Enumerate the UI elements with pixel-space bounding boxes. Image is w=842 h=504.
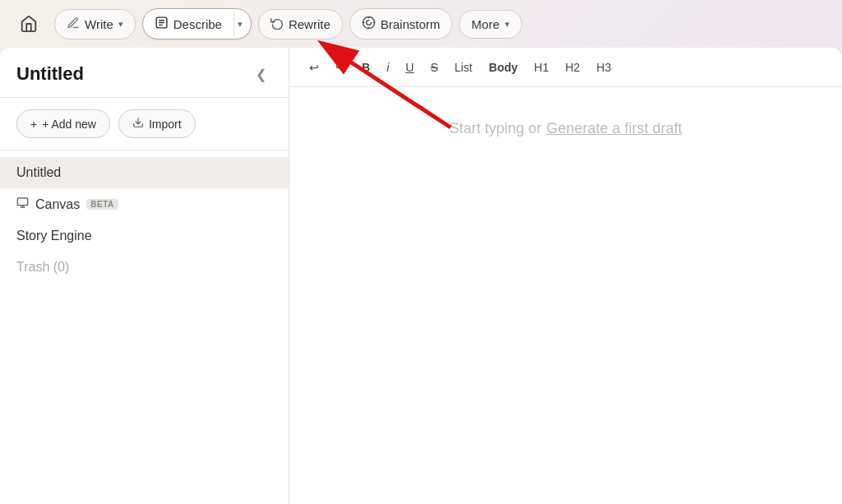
pen-icon: [67, 16, 80, 32]
write-label: Write: [85, 17, 113, 31]
write-chevron-icon: ▾: [118, 19, 123, 30]
rewrite-label: Rewrite: [289, 17, 331, 31]
sidebar-item-story-engine-label: Story Engine: [16, 229, 92, 243]
describe-button-group: Describe ▾: [142, 8, 252, 39]
bold-button[interactable]: B: [355, 58, 377, 77]
brainstorm-icon: [362, 16, 376, 32]
describe-icon: [155, 16, 169, 32]
main-area: Untitled ❮ + + Add new Import: [0, 48, 842, 504]
describe-chevron-button[interactable]: ▾: [234, 12, 251, 36]
editor-content[interactable]: Start typing or Generate a first draft: [289, 87, 842, 504]
body-button[interactable]: Body: [483, 58, 525, 77]
import-icon: [132, 117, 144, 131]
h2-label: H2: [565, 61, 580, 74]
editor-placeholder: Start typing or Generate a first draft: [449, 120, 682, 137]
strikethrough-label: S: [430, 61, 437, 74]
undo-icon: ↩: [309, 61, 319, 74]
add-new-label: + Add new: [42, 118, 96, 131]
svg-rect-3: [17, 198, 28, 206]
underline-label: U: [405, 61, 414, 74]
top-bar: Write ▾ Describe ▾ Rewrite: [0, 0, 842, 48]
bold-label: B: [362, 61, 370, 74]
list-button[interactable]: List: [448, 58, 479, 77]
sidebar-item-canvas-label: Canvas: [35, 197, 80, 212]
sidebar-nav: Untitled Canvas BETA Story Engine Trash …: [0, 150, 289, 289]
redo-icon: ↪: [335, 61, 345, 74]
sidebar-item-trash-label: Trash (0): [16, 260, 69, 275]
italic-button[interactable]: i: [380, 58, 396, 77]
import-label: Import: [149, 118, 182, 131]
placeholder-text: Start typing or: [449, 120, 541, 137]
add-new-button[interactable]: + + Add new: [16, 109, 110, 138]
plus-icon: +: [30, 118, 37, 131]
sidebar-item-story-engine[interactable]: Story Engine: [0, 220, 289, 252]
rewrite-icon: [271, 16, 284, 32]
import-button[interactable]: Import: [118, 109, 196, 138]
sidebar-item-untitled[interactable]: Untitled: [0, 157, 289, 188]
list-label: List: [455, 61, 473, 74]
h1-label: H1: [534, 61, 549, 74]
generate-draft-link[interactable]: Generate a first draft: [546, 120, 682, 137]
more-chevron-icon: ▾: [505, 19, 510, 30]
describe-label: Describe: [173, 17, 222, 31]
home-button[interactable]: [13, 8, 44, 39]
undo-button[interactable]: ↩: [303, 56, 326, 79]
body-label: Body: [489, 61, 518, 74]
canvas-icon: [16, 197, 29, 212]
brainstorm-button[interactable]: Brainstorm: [349, 8, 453, 39]
editor-toolbar: ↩ ↪ B i U S List Body H1: [289, 48, 842, 87]
describe-main-button[interactable]: Describe: [143, 9, 234, 39]
editor-area: ↩ ↪ B i U S List Body H1: [289, 48, 842, 504]
sidebar: Untitled ❮ + + Add new Import: [0, 48, 289, 504]
sidebar-item-canvas[interactable]: Canvas BETA: [0, 188, 289, 220]
sidebar-title: Untitled: [16, 63, 84, 85]
sidebar-header: Untitled ❮: [0, 48, 289, 98]
sidebar-collapse-button[interactable]: ❮: [249, 62, 272, 86]
italic-label: i: [386, 61, 389, 74]
underline-button[interactable]: U: [399, 58, 420, 77]
sidebar-actions: + + Add new Import: [0, 98, 289, 150]
describe-chevron-icon: ▾: [238, 19, 243, 30]
canvas-beta-badge: BETA: [86, 199, 118, 210]
sidebar-item-trash[interactable]: Trash (0): [0, 252, 289, 283]
h3-label: H3: [596, 61, 611, 74]
h3-button[interactable]: H3: [590, 58, 618, 77]
more-label: More: [471, 17, 499, 31]
sidebar-item-untitled-label: Untitled: [16, 165, 61, 180]
rewrite-button[interactable]: Rewrite: [258, 9, 343, 39]
h2-button[interactable]: H2: [558, 58, 586, 77]
h1-button[interactable]: H1: [528, 58, 556, 77]
brainstorm-label: Brainstorm: [381, 17, 441, 31]
write-button[interactable]: Write ▾: [54, 9, 136, 39]
chevron-left-icon: ❮: [256, 67, 266, 82]
redo-button[interactable]: ↪: [329, 56, 352, 79]
strikethrough-button[interactable]: S: [423, 58, 444, 77]
more-button[interactable]: More ▾: [459, 10, 521, 39]
